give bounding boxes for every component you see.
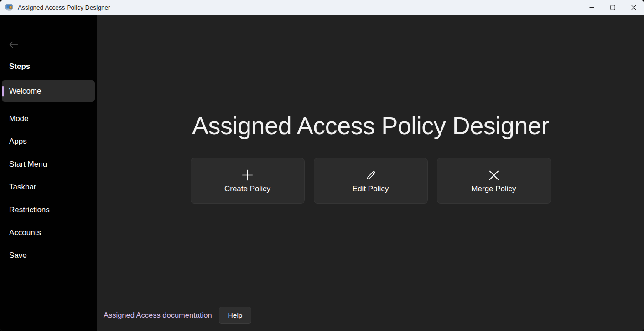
maximize-icon[interactable] [602,0,623,15]
edit-policy-button[interactable]: Edit Policy [314,158,428,204]
main-content: Assigned Access Policy Designer Create P… [97,15,644,331]
page-title: Assigned Access Policy Designer [97,111,644,141]
close-icon[interactable] [623,0,644,15]
minimize-icon[interactable] [581,0,602,15]
sidebar-item-save[interactable]: Save [0,244,97,267]
create-policy-button[interactable]: Create Policy [191,158,305,204]
sidebar-item-label: Apps [9,137,27,146]
sidebar-item-label: Start Menu [9,160,47,169]
card-label: Merge Policy [471,184,516,194]
title-bar: Assigned Access Policy Designer [0,0,644,15]
sidebar-item-label: Mode [9,114,29,123]
action-cards: Create Policy Edit Policy Merge Policy [191,158,551,204]
sidebar-item-taskbar[interactable]: Taskbar [0,176,97,199]
plus-icon [241,168,254,182]
computer-monitor-icon [5,4,13,11]
sidebar-item-label: Taskbar [9,183,36,192]
app-window: Assigned Access Policy Designer Steps We… [0,0,644,331]
back-arrow-icon[interactable] [6,37,21,52]
sidebar-item-start-menu[interactable]: Start Menu [0,153,97,176]
sidebar-item-label: Restrictions [9,205,50,215]
merge-policy-button[interactable]: Merge Policy [437,158,551,204]
sidebar-item-label: Accounts [9,228,41,237]
selected-accent-pill [2,86,4,96]
pencil-icon [365,168,377,182]
steps-heading: Steps [9,62,30,71]
help-button[interactable]: Help [219,307,252,324]
sidebar-nav: Mode Apps Start Menu Taskbar Restriction… [0,107,97,267]
sidebar-item-restrictions[interactable]: Restrictions [0,199,97,221]
sidebar-item-label: Welcome [9,87,42,96]
sidebar-item-welcome[interactable]: Welcome [2,80,95,102]
footer: Assigned Access documentation Help [104,307,251,324]
sidebar-item-accounts[interactable]: Accounts [0,221,97,244]
sidebar: Steps Welcome Mode Apps Start Menu Taskb… [0,15,97,331]
documentation-link[interactable]: Assigned Access documentation [104,311,212,320]
window-title: Assigned Access Policy Designer [18,4,110,11]
sidebar-item-label: Save [9,251,27,260]
sidebar-item-apps[interactable]: Apps [0,130,97,153]
sidebar-item-mode[interactable]: Mode [0,107,97,130]
caption-buttons [581,0,644,15]
card-label: Edit Policy [353,184,389,194]
card-label: Create Policy [224,184,270,194]
merge-cross-icon [488,168,500,182]
